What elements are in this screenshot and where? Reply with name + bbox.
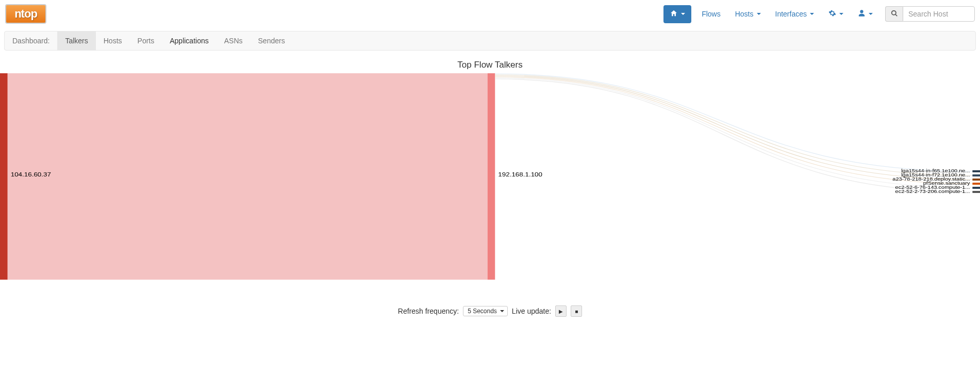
- user-icon: [858, 9, 866, 19]
- caret-down-icon: [757, 13, 761, 15]
- subnav-hosts[interactable]: Hosts: [96, 31, 130, 50]
- subnav-talkers[interactable]: Talkers: [57, 31, 95, 50]
- svg-line-1: [895, 14, 897, 16]
- stop-icon: ■: [575, 309, 578, 314]
- gear-icon: [828, 9, 836, 19]
- sankey-node-middle[interactable]: [488, 73, 495, 280]
- sankey-label-right: ec2-52-2-73-206.compute-1...: [895, 189, 970, 194]
- sankey-link-small: [495, 74, 972, 171]
- sankey-label-middle: 192.168.1.100: [498, 171, 542, 178]
- sankey-node-right[interactable]: [972, 174, 980, 176]
- chart-title: Top Flow Talkers: [0, 60, 980, 70]
- nav-hosts[interactable]: Hosts: [728, 5, 768, 23]
- sankey-link-small: [495, 76, 972, 180]
- sankey-link-main: [8, 73, 488, 280]
- sankey-node-right[interactable]: [972, 170, 980, 172]
- refresh-frequency-value: 5 Seconds: [468, 308, 497, 315]
- svg-point-0: [891, 10, 895, 14]
- play-icon: ▶: [559, 309, 563, 314]
- caret-down-icon: [500, 310, 504, 312]
- sankey-node-right[interactable]: [972, 187, 980, 189]
- subnav-asns[interactable]: ASNs: [217, 31, 251, 50]
- search-button[interactable]: [885, 6, 903, 22]
- sankey-node-left[interactable]: [0, 73, 8, 280]
- home-icon: [670, 9, 678, 19]
- refresh-frequency-select[interactable]: 5 Seconds: [463, 306, 508, 316]
- nav-interfaces[interactable]: Interfaces: [768, 5, 821, 23]
- subnav-senders[interactable]: Senders: [251, 31, 293, 50]
- brand-logo[interactable]: ntop: [5, 4, 46, 24]
- sankey-label-left: 104.16.60.37: [11, 171, 51, 178]
- caret-down-icon: [869, 13, 873, 15]
- nav-home[interactable]: [663, 5, 691, 23]
- live-update-label: Live update:: [512, 307, 551, 315]
- live-update-play-button[interactable]: ▶: [555, 305, 567, 317]
- sankey-nodes-right: [972, 170, 980, 193]
- refresh-frequency-label: Refresh frequency:: [398, 307, 459, 315]
- sankey-node-right[interactable]: [972, 179, 980, 181]
- nav-flows[interactable]: Flows: [694, 5, 728, 23]
- caret-down-icon: [810, 13, 814, 15]
- search-input[interactable]: [903, 6, 975, 22]
- sankey-node-right[interactable]: [972, 183, 980, 185]
- subnav-ports[interactable]: Ports: [130, 31, 162, 50]
- live-update-stop-button[interactable]: ■: [571, 305, 582, 317]
- caret-down-icon: [839, 13, 843, 15]
- nav-interfaces-label: Interfaces: [775, 10, 807, 18]
- sankey-chart: 104.16.60.37 192.168.1.100 lga15s44-in-f…: [0, 73, 980, 280]
- sankey-link-small: [495, 75, 972, 175]
- sankey-labels-right: lga15s44-in-f65.1e100.ne...lga15s44-in-f…: [892, 168, 970, 194]
- search-icon: [891, 10, 898, 19]
- subnav-applications[interactable]: Applications: [162, 31, 217, 50]
- nav-settings[interactable]: [821, 4, 851, 24]
- sankey-node-right[interactable]: [972, 191, 980, 193]
- nav-hosts-label: Hosts: [735, 10, 754, 18]
- caret-down-icon: [681, 13, 685, 15]
- dashboard-subnav: Dashboard: Talkers Hosts Ports Applicati…: [4, 31, 976, 51]
- nav-user[interactable]: [851, 4, 880, 24]
- subnav-label: Dashboard:: [5, 31, 57, 50]
